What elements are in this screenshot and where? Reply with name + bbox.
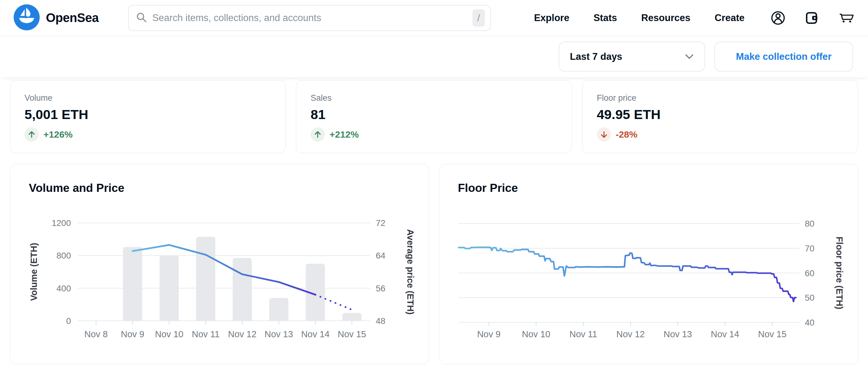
x-tick-label: Nov 10 [155,329,183,339]
nav-item-explore[interactable]: Explore [534,12,569,24]
nav-item-resources[interactable]: Resources [641,12,690,24]
time-range-select[interactable]: Last 7 days [559,41,705,72]
floor-price-line[interactable] [459,247,796,302]
y-axis-tick-label: 80 [805,219,814,228]
stat-value: 49.95 ETH [597,107,843,122]
y-axis-title: Floor price (ETH) [835,236,844,309]
primary-nav: Explore Stats Resources Create [534,12,745,24]
stat-card-sales: Sales 81 +212% [296,80,572,153]
stat-change-value: +126% [43,129,72,140]
volume-bar[interactable] [269,298,288,321]
search-icon [135,11,147,25]
chart-title: Volume and Price [29,181,429,195]
left-axis-tick-label: 400 [57,283,71,293]
y-axis-tick-label: 50 [805,293,814,303]
x-tick-label: Nov 14 [711,329,739,339]
volume-bar[interactable] [123,247,142,321]
x-tick-label: Nov 12 [616,329,645,339]
right-axis-tick-label: 64 [376,251,385,260]
y-axis-tick-label: 70 [805,244,814,253]
volume-bar[interactable] [196,237,215,321]
stat-card-floor-price: Floor price 49.95 ETH -28% [582,80,858,153]
stat-value: 81 [311,107,557,122]
nav-icon-group [771,10,854,25]
right-axis-tick-label: 56 [376,283,385,293]
arrow-down-icon [597,127,611,142]
stat-change-badge: -28% [597,127,843,142]
y-axis-tick-label: 40 [805,318,814,327]
stat-card-volume: Volume 5,001 ETH +126% [10,80,286,153]
volume-bar[interactable] [342,313,362,321]
x-tick-label: Nov 13 [265,329,293,339]
x-tick-label: Nov 11 [569,329,597,339]
search-bar[interactable]: / [128,5,491,31]
search-shortcut-badge: / [472,9,485,27]
left-axis-tick-label: 0 [66,316,71,326]
make-collection-offer-label: Make collection offer [736,51,831,62]
left-axis-tick-label: 1200 [52,218,71,228]
stat-change-value: +212% [330,129,359,140]
stat-change-value: -28% [616,129,638,140]
volume-bar[interactable] [159,256,179,321]
volume-bar[interactable] [232,258,252,321]
stat-label: Sales [311,93,557,103]
volume-price-chart[interactable]: 0400800120048566472Nov 8Nov 9Nov 10Nov 1… [10,198,429,364]
nav-item-create[interactable]: Create [715,12,745,24]
x-tick-label: Nov 14 [301,329,330,339]
volume-price-chart-card: Volume and Price 0400800120048566472Nov … [10,164,429,364]
x-tick-label: Nov 11 [192,329,220,339]
stats-row: Volume 5,001 ETH +126% Sales 81 +212% Fl… [0,77,868,153]
search-input[interactable] [152,12,472,24]
arrow-up-icon [25,127,39,142]
x-tick-label: Nov 8 [84,329,108,339]
right-axis-title: Average price (ETH) [405,229,415,314]
arrow-up-icon [311,127,325,142]
chevron-down-icon [685,51,694,62]
x-tick-label: Nov 15 [338,329,366,339]
make-collection-offer-button[interactable]: Make collection offer [714,41,853,72]
opensea-logo[interactable]: OpenSea [14,4,99,32]
collection-toolbar: Last 7 days Make collection offer [0,36,868,77]
stat-label: Volume [25,93,271,103]
stat-change-badge: +126% [25,127,271,142]
account-icon[interactable] [771,10,785,25]
x-tick-label: Nov 13 [663,329,692,339]
chart-title: Floor Price [458,181,858,195]
x-tick-label: Nov 9 [121,329,145,339]
nav-item-stats[interactable]: Stats [593,12,617,24]
x-tick-label: Nov 10 [522,329,550,339]
stat-change-badge: +212% [311,127,557,142]
left-axis-title: Volume (ETH) [29,243,39,301]
opensea-ship-icon [14,4,40,32]
brand-name: OpenSea [46,11,99,25]
wallet-icon[interactable] [805,10,819,25]
time-range-value: Last 7 days [570,51,622,62]
floor-price-chart-card: Floor Price 4050607080Nov 9Nov 10Nov 11N… [439,164,858,364]
floor-price-chart[interactable]: 4050607080Nov 9Nov 10Nov 11Nov 12Nov 13N… [439,198,858,364]
left-axis-tick-label: 800 [57,251,71,260]
y-axis-tick-label: 60 [805,268,814,278]
x-tick-label: Nov 9 [477,329,501,339]
x-tick-label: Nov 15 [758,329,787,339]
charts-row: Volume and Price 0400800120048566472Nov … [0,153,868,364]
right-axis-tick-label: 72 [376,218,385,228]
right-axis-tick-label: 48 [376,316,385,326]
cart-icon[interactable] [839,10,854,25]
stat-value: 5,001 ETH [25,107,271,122]
x-tick-label: Nov 12 [228,329,256,339]
stat-label: Floor price [597,93,843,103]
top-navbar: OpenSea / Explore Stats Resources Create [0,0,868,36]
